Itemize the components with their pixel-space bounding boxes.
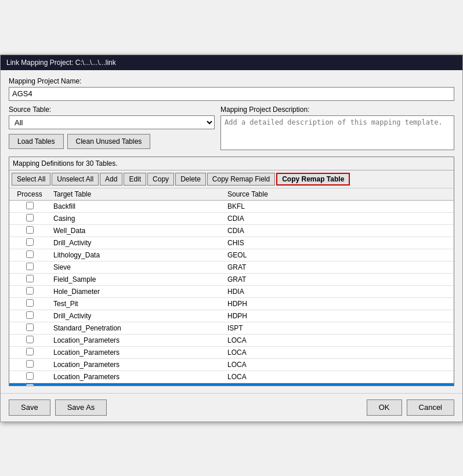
source-table-cell: LOCA [224, 370, 454, 383]
table-row[interactable]: Location_ParametersLOCA [9, 358, 454, 370]
process-cell [9, 224, 50, 237]
copy-button[interactable]: Copy [147, 173, 174, 186]
process-cell [9, 322, 50, 334]
source-table-cell: GRAT [224, 261, 454, 273]
process-cell [9, 273, 50, 285]
process-cell [9, 200, 50, 212]
table-row[interactable]: Test_PitHDPH [9, 297, 454, 310]
save-as-button[interactable]: Save As [55, 399, 107, 416]
target-table-cell: Location_Parameters [50, 358, 224, 370]
source-table-cell: GRAT [224, 273, 454, 285]
source-table-cell: CDIA [224, 212, 454, 224]
mapping-project-name-label: Mapping Project Name: [9, 77, 454, 85]
delete-button[interactable]: Delete [175, 173, 206, 186]
table-row[interactable]: Location_ParametersLOCA [9, 334, 454, 346]
process-cell [9, 334, 50, 346]
row-checkbox[interactable] [26, 372, 34, 380]
target-table-cell: Location_Parameters [50, 346, 224, 358]
source-table-select[interactable]: All [9, 115, 215, 129]
row-checkbox[interactable] [26, 324, 34, 331]
select-all-button[interactable]: Select All [12, 173, 50, 186]
mapping-description-textarea[interactable] [220, 115, 454, 150]
mapping-table: Process Target Table Source Table Backfi… [9, 188, 454, 386]
table-row[interactable]: Well_DataCDIA [9, 224, 454, 237]
process-cell [9, 237, 50, 249]
table-row[interactable]: Location_DataLOCA [9, 383, 454, 386]
target-table-cell: Field_Sample [50, 273, 224, 285]
toolbar: Select All Unselect All Add Edit Copy De… [9, 170, 454, 188]
copy-remap-table-button[interactable]: Copy Remap Table [276, 173, 350, 186]
source-table-cell: ISPT [224, 322, 454, 334]
mapping-section-header: Mapping Definitions for 30 Tables. [9, 157, 454, 170]
load-tables-button[interactable]: Load Tables [9, 134, 64, 149]
table-row[interactable]: Drill_ActivityHDPH [9, 310, 454, 322]
row-checkbox[interactable] [26, 287, 34, 295]
process-cell [9, 297, 50, 310]
row-checkbox[interactable] [26, 214, 34, 221]
row-checkbox[interactable] [26, 299, 34, 307]
cancel-button[interactable]: Cancel [407, 399, 454, 416]
target-table-cell: Location_Parameters [50, 370, 224, 383]
table-row[interactable]: Drill_ActivityCHIS [9, 237, 454, 249]
row-checkbox[interactable] [26, 384, 34, 386]
col-header-target: Target Table [50, 188, 224, 201]
ok-button[interactable]: OK [367, 399, 402, 416]
col-header-process: Process [9, 188, 50, 201]
mapping-section: Mapping Definitions for 30 Tables. Selec… [9, 157, 454, 386]
title-bar-text: Link Mapping Project: C:\...\...\...link [6, 59, 116, 67]
row-checkbox[interactable] [26, 336, 34, 343]
process-cell [9, 261, 50, 273]
bottom-bar: Save Save As OK Cancel [1, 393, 462, 422]
edit-button[interactable]: Edit [124, 173, 146, 186]
title-bar: Link Mapping Project: C:\...\...\...link [1, 55, 462, 70]
mapping-table-container: Process Target Table Source Table Backfi… [9, 188, 454, 386]
target-table-cell: Backfill [50, 200, 224, 212]
process-cell [9, 310, 50, 322]
row-checkbox[interactable] [26, 275, 34, 282]
target-table-cell: Location_Data [50, 383, 224, 386]
target-table-cell: Location_Parameters [50, 334, 224, 346]
row-checkbox[interactable] [26, 348, 34, 355]
row-checkbox[interactable] [26, 238, 34, 246]
copy-remap-field-button[interactable]: Copy Remap Field [207, 173, 275, 186]
main-window: Link Mapping Project: C:\...\...\...link… [0, 54, 463, 422]
table-row[interactable]: Location_ParametersLOCA [9, 370, 454, 383]
source-table-cell: LOCA [224, 346, 454, 358]
process-cell [9, 370, 50, 383]
target-table-cell: Sieve [50, 261, 224, 273]
row-checkbox[interactable] [26, 250, 34, 258]
process-cell [9, 249, 50, 261]
target-table-cell: Drill_Activity [50, 237, 224, 249]
add-button[interactable]: Add [100, 173, 122, 186]
row-checkbox[interactable] [26, 202, 34, 209]
table-row[interactable]: Field_SampleGRAT [9, 273, 454, 285]
source-table-label: Source Table: [9, 106, 215, 114]
process-cell [9, 285, 50, 297]
table-row[interactable]: Lithology_DataGEOL [9, 249, 454, 261]
mapping-project-name-input[interactable] [9, 87, 454, 101]
row-checkbox[interactable] [26, 311, 34, 319]
row-checkbox[interactable] [26, 360, 34, 368]
table-row[interactable]: Location_ParametersLOCA [9, 346, 454, 358]
table-row[interactable]: BackfillBKFL [9, 200, 454, 212]
clean-unused-tables-button[interactable]: Clean Unused Tables [67, 134, 151, 149]
unselect-all-button[interactable]: Unselect All [52, 173, 99, 186]
table-row[interactable]: Standard_PenetrationISPT [9, 322, 454, 334]
source-table-cell: HDPH [224, 297, 454, 310]
row-checkbox[interactable] [26, 226, 34, 234]
target-table-cell: Test_Pit [50, 297, 224, 310]
mapping-description-label: Mapping Project Description: [220, 106, 454, 114]
target-table-cell: Lithology_Data [50, 249, 224, 261]
process-cell [9, 346, 50, 358]
source-table-cell: HDIA [224, 285, 454, 297]
source-table-cell: LOCA [224, 383, 454, 386]
table-row[interactable]: SieveGRAT [9, 261, 454, 273]
row-checkbox[interactable] [26, 263, 34, 270]
save-button[interactable]: Save [9, 399, 50, 416]
source-table-cell: LOCA [224, 334, 454, 346]
process-cell [9, 358, 50, 370]
table-row[interactable]: CasingCDIA [9, 212, 454, 224]
table-row[interactable]: Hole_DiameterHDIA [9, 285, 454, 297]
source-table-cell: GEOL [224, 249, 454, 261]
source-table-cell: CHIS [224, 237, 454, 249]
